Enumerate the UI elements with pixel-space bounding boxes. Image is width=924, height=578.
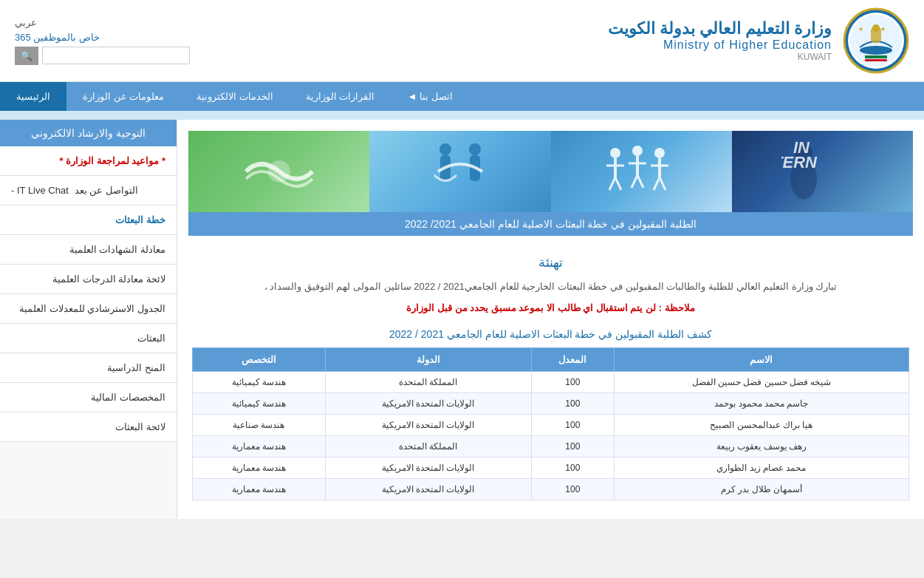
svg-text:IN: IN [793,138,810,157]
svg-point-19 [632,146,643,156]
table-row: محمد عصام زيد الطواري100الولايات المتحدة… [193,458,909,479]
sidebar-item-degree-equiv[interactable]: لائحة معادلة الدرجات العلمية [0,265,177,294]
content-note: ملاحظة : لن يتم استقبال اي طالب الا بموع… [192,302,909,313]
banner: TERN IN [188,131,913,236]
svg-line-22 [632,175,637,188]
employee-portal-link[interactable]: خاص بالموظفين 365 [15,32,100,43]
students-table: الاسم المعدل الدولة التخصص شيخه فضل حسين… [192,347,909,500]
content-title: تهنئة [192,254,909,271]
sidebar-item-live-chat[interactable]: التواصل عن بعد IT Live Chat - [0,176,177,205]
table-row: شيخه فضل حسين فضل حسين الفضل100المملكة ا… [193,372,909,393]
sidebar: التوجية والارشاد الالكتروني * مواعيد لمر… [0,120,177,519]
chat-row: التواصل عن بعد IT Live Chat - [11,185,165,196]
sidebar-item-missions[interactable]: البعثات [0,324,177,353]
svg-point-3 [860,46,892,55]
table-row: رهف يوسف يعقوب ربيعة100المملكة المتحدةهن… [193,436,909,458]
content-paragraph: تبارك وزارة التعليم العالي للطلبة والطال… [192,278,909,295]
sidebar-item-advisory-table[interactable]: الجدول الاسترشادي للمعدلات العلمية [0,294,177,324]
svg-line-28 [660,177,665,190]
svg-point-24 [654,148,665,158]
sidebar-item-grants[interactable]: المنح الدراسية [0,353,177,383]
svg-text:★: ★ [858,26,863,33]
svg-point-31 [469,143,481,155]
banner-caption: الطلبة المقبولين في خطة البعثات الاصلية … [188,212,913,236]
col-header-country: الدولة [325,348,531,372]
svg-line-18 [615,177,621,190]
sidebar-header: التوجية والارشاد الالكتروني [0,120,177,146]
search-input[interactable] [42,47,190,64]
svg-rect-8 [865,59,887,61]
content-body: تهنئة تبارك وزارة التعليم العالي للطلبة … [188,236,913,508]
search-bar: 🔍 [15,47,190,65]
logo-emblem: ★ ★ [843,7,909,74]
nav-item-contact[interactable]: اتصل بنا ◄ [391,82,468,111]
main-nav: اتصل بنا ◄ القرارات الوزارية الخدمات الا… [0,82,924,111]
header-right-area: عربي خاص بالموظفين 365 🔍 [15,17,190,65]
content-area: TERN IN [177,120,924,519]
site-title-arabic: وزارة التعليم العالي بدولة الكويت [608,19,832,38]
sidebar-item-financial[interactable]: المخصصات المالية [0,383,177,412]
svg-point-4 [872,24,880,32]
svg-line-27 [654,177,660,190]
svg-point-14 [610,148,620,158]
svg-line-17 [609,177,615,190]
sidebar-item-cert-equiv[interactable]: معادلة الشهادات العلمية [0,235,177,265]
col-header-major: التخصص [193,348,326,372]
svg-point-33 [268,160,290,183]
table-row: جاسم محمد محمود بوحمد100الولايات المتحدة… [193,393,909,415]
nav-item-about[interactable]: معلومات عن الوزارة [66,82,180,111]
nav-item-decisions[interactable]: القرارات الوزارية [290,82,391,111]
table-row: أسمهان طلال بدر كرم100الولايات المتحدة ا… [193,479,909,500]
sidebar-item-missions-list[interactable]: لائحة البعثات [0,412,177,442]
live-chat-label: IT Live Chat - [11,185,69,196]
banner-image-1: TERN IN [732,131,913,212]
sub-header-bar [0,111,924,120]
nav-item-services[interactable]: الخدمات الالكترونية [180,82,290,111]
main-wrapper: TERN IN [0,120,924,519]
logo-area: ★ ★ وزارة التعليم العالي بدولة الكويت Mi… [608,7,909,74]
table-header-row: الاسم المعدل الدولة التخصص [193,348,909,372]
site-title-english: Ministry of Higher Education [608,38,832,52]
banner-image-4 [188,131,369,212]
svg-rect-7 [865,55,887,58]
svg-line-23 [637,175,643,188]
table-body: شيخه فضل حسين فضل حسين الفضل100المملكة ا… [193,372,909,500]
svg-text:★: ★ [880,26,886,33]
banner-image-3 [369,131,550,212]
col-header-grade: المعدل [531,348,614,372]
header: ★ ★ وزارة التعليم العالي بدولة الكويت Mi… [0,0,924,82]
search-button[interactable]: 🔍 [15,47,38,65]
sidebar-item-appointments[interactable]: * مواعيد لمراجعة الوزارة * [0,146,177,176]
banner-image-2 [551,131,732,212]
banner-images: TERN IN [188,131,913,212]
col-header-name: الاسم [614,348,908,372]
table-row: هيا براك عبدالمحسن الصبيح100الولايات الم… [193,415,909,436]
live-chat-sublabel: التواصل عن بعد [75,185,138,196]
svg-point-29 [439,143,451,155]
sidebar-item-scholarships[interactable]: خطة البعثات [0,205,177,235]
site-subtitle: KUWAIT [608,52,832,62]
language-label: عربي [15,17,37,28]
header-titles: وزارة التعليم العالي بدولة الكويت Minist… [608,19,832,62]
table-title: كشف الطلبة المقبولين في خطة البعثات الاص… [192,328,909,340]
nav-item-home[interactable]: الرئيسية [0,82,66,111]
